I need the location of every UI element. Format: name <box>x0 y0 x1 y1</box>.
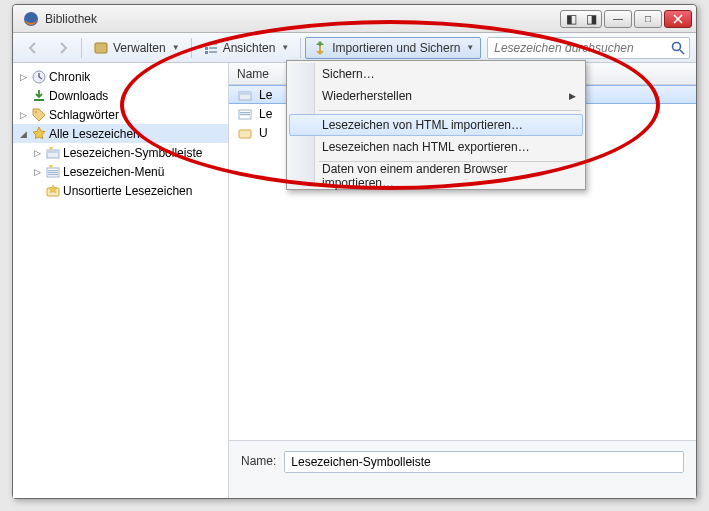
list-row-label: Le <box>259 88 272 102</box>
organize-icon <box>93 40 109 56</box>
folder-menu-icon <box>237 106 253 122</box>
folder-menu-icon <box>45 164 61 180</box>
svg-rect-1 <box>95 43 107 53</box>
folder-toolbar-icon <box>237 87 253 103</box>
expander-icon[interactable]: ▷ <box>17 110 29 120</box>
sidebar-label: Downloads <box>49 89 108 103</box>
clock-icon <box>31 69 47 85</box>
svg-rect-24 <box>239 130 251 138</box>
window-buttons: ◧◨ — □ <box>558 10 692 28</box>
menu-separator <box>319 110 581 111</box>
import-icon <box>312 40 328 56</box>
sidebar-label: Schlagwörter <box>49 108 119 122</box>
sidebar-item-bookmarks-toolbar[interactable]: ▷ Lesezeichen-Symbolleiste <box>13 143 228 162</box>
svg-rect-5 <box>209 43 217 45</box>
expander-icon[interactable]: ◢ <box>17 129 29 139</box>
menu-item-import-browser[interactable]: Daten von einem anderen Browser importie… <box>289 165 583 187</box>
chevron-down-icon: ▼ <box>281 43 289 52</box>
svg-rect-13 <box>47 150 59 153</box>
expander-icon[interactable]: ▷ <box>17 72 29 82</box>
tag-icon <box>31 107 47 123</box>
svg-point-8 <box>673 42 681 50</box>
organize-button[interactable]: Verwalten ▼ <box>86 37 187 59</box>
svg-rect-23 <box>240 114 250 115</box>
svg-rect-6 <box>209 47 217 49</box>
svg-rect-22 <box>240 112 250 113</box>
menu-label: Sichern… <box>322 67 375 81</box>
search-input[interactable] <box>487 37 690 59</box>
svg-rect-15 <box>48 170 58 171</box>
svg-rect-16 <box>48 172 58 173</box>
views-button[interactable]: Ansichten ▼ <box>196 37 297 59</box>
svg-rect-2 <box>205 43 208 46</box>
svg-rect-7 <box>209 51 217 53</box>
menu-item-backup[interactable]: Sichern… <box>289 63 583 85</box>
list-row-label: Le <box>259 107 272 121</box>
menu-item-restore[interactable]: Wiederherstellen ▶ <box>289 85 583 107</box>
sidebar-item-downloads[interactable]: Downloads <box>13 86 228 105</box>
folder-unsorted-icon <box>237 125 253 141</box>
menu-label: Daten von einem anderen Browser importie… <box>322 162 564 190</box>
folder-toolbar-icon <box>45 145 61 161</box>
forward-button[interactable] <box>49 37 77 59</box>
menu-item-export-html[interactable]: Lesezeichen nach HTML exportieren… <box>289 136 583 158</box>
svg-rect-20 <box>239 92 251 95</box>
sidebar-item-bookmarks-menu[interactable]: ▷ Lesezeichen-Menü <box>13 162 228 181</box>
name-field-label: Name: <box>241 451 276 468</box>
expander-icon[interactable]: ▷ <box>31 167 43 177</box>
toolbar-separator <box>81 38 82 58</box>
column-name[interactable]: Name <box>229 67 277 81</box>
folder-unsorted-icon <box>45 183 61 199</box>
menu-item-import-html[interactable]: Lesezeichen von HTML importieren… <box>289 114 583 136</box>
toolbar: Verwalten ▼ Ansichten ▼ Importieren und … <box>13 33 696 63</box>
titlebar: Bibliothek ◧◨ — □ <box>13 5 696 33</box>
download-icon <box>31 88 47 104</box>
window-title: Bibliothek <box>45 12 558 26</box>
sidebar-label: Chronik <box>49 70 90 84</box>
menu-label: Wiederherstellen <box>322 89 412 103</box>
svg-rect-10 <box>34 99 44 101</box>
list-row-label: U <box>259 126 268 140</box>
expander-icon[interactable]: ▷ <box>31 148 43 158</box>
sidebar-label: Unsortierte Lesezeichen <box>63 184 192 198</box>
sidebar-label: Lesezeichen-Menü <box>63 165 164 179</box>
sidebar-item-all-bookmarks[interactable]: ◢ Alle Lesezeichen <box>13 124 228 143</box>
details-pane: Name: <box>229 440 696 498</box>
close-button[interactable] <box>664 10 692 28</box>
svg-rect-3 <box>205 47 208 50</box>
submenu-arrow-icon: ▶ <box>569 91 576 101</box>
search-wrap <box>487 37 690 59</box>
minimize-button[interactable]: — <box>604 10 632 28</box>
toolbar-separator <box>300 38 301 58</box>
search-icon <box>670 40 686 56</box>
organize-label: Verwalten <box>113 41 166 55</box>
import-label: Importieren und Sichern <box>332 41 460 55</box>
library-window: Bibliothek ◧◨ — □ Verwalten ▼ Ansichten … <box>12 4 697 499</box>
firefox-icon <box>23 11 39 27</box>
snap-buttons[interactable]: ◧◨ <box>560 10 602 28</box>
sidebar-label: Alle Lesezeichen <box>49 127 140 141</box>
back-button[interactable] <box>19 37 47 59</box>
sidebar-item-tags[interactable]: ▷ Schlagwörter <box>13 105 228 124</box>
views-label: Ansichten <box>223 41 276 55</box>
sidebar-item-history[interactable]: ▷ Chronik <box>13 67 228 86</box>
menu-label: Lesezeichen von HTML importieren… <box>322 118 523 132</box>
sidebar-tree[interactable]: ▷ Chronik Downloads ▷ Schlagwörter ◢ All… <box>13 63 229 498</box>
chevron-down-icon: ▼ <box>172 43 180 52</box>
import-backup-button[interactable]: Importieren und Sichern ▼ <box>305 37 481 59</box>
sidebar-label: Lesezeichen-Symbolleiste <box>63 146 202 160</box>
star-icon <box>31 126 47 142</box>
import-backup-menu: Sichern… Wiederherstellen ▶ Lesezeichen … <box>286 60 586 190</box>
menu-label: Lesezeichen nach HTML exportieren… <box>322 140 530 154</box>
sidebar-item-unsorted-bookmarks[interactable]: Unsortierte Lesezeichen <box>13 181 228 200</box>
svg-rect-17 <box>48 174 58 175</box>
views-icon <box>203 40 219 56</box>
svg-rect-4 <box>205 51 208 54</box>
chevron-down-icon: ▼ <box>466 43 474 52</box>
svg-point-11 <box>35 111 37 113</box>
maximize-button[interactable]: □ <box>634 10 662 28</box>
name-field[interactable] <box>284 451 684 473</box>
toolbar-separator <box>191 38 192 58</box>
